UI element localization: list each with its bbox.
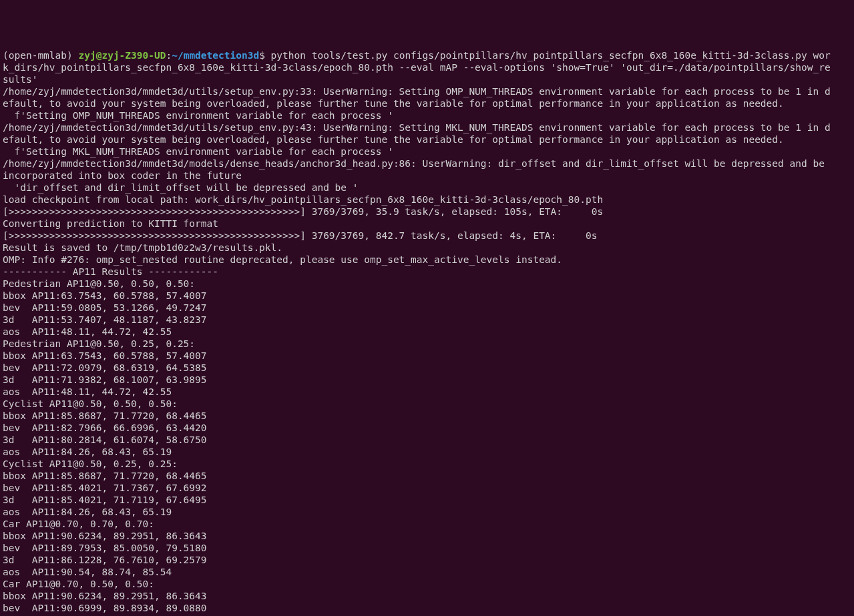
terminal-line: /home/zyj/mmdetection3d/mmdet3d/utils/se… xyxy=(3,85,851,97)
terminal-line: 'dir_offset and dir_limit_offset will be… xyxy=(3,182,851,194)
terminal-line: incorporated into box coder in the futur… xyxy=(3,170,851,182)
cwd: ~/mmdetection3d xyxy=(172,50,259,61)
terminal-line: 3d AP11:53.7407, 48.1187, 43.8237 xyxy=(3,314,851,326)
colon: : xyxy=(166,50,172,61)
terminal-line: 3d AP11:80.2814, 61.6074, 58.6750 xyxy=(3,434,851,446)
terminal-line: bev AP11:90.6999, 89.8934, 89.0880 xyxy=(3,602,851,614)
user-host: zyj@zyj-Z390-UD xyxy=(79,50,166,61)
terminal-line: aos AP11:90.54, 88.74, 85.54 xyxy=(3,566,851,578)
terminal-line: bev AP11:82.7966, 66.6996, 63.4420 xyxy=(3,422,851,434)
terminal-line: Cyclist AP11@0.50, 0.25, 0.25: xyxy=(3,458,851,470)
terminal-line: 3d AP11:71.9382, 68.1007, 63.9895 xyxy=(3,374,851,386)
terminal-line: sults' xyxy=(3,73,851,85)
dollar: $ xyxy=(259,50,265,61)
terminal-line: efault, to avoid your system being overl… xyxy=(3,97,851,109)
terminal-line: Car AP11@0.70, 0.50, 0.50: xyxy=(3,578,851,590)
terminal-line: bbox AP11:90.6234, 89.2951, 86.3643 xyxy=(3,590,851,602)
terminal-line: f'Setting OMP_NUM_THREADS environment va… xyxy=(3,109,851,121)
terminal-line: bbox AP11:63.7543, 60.5788, 57.4007 xyxy=(3,350,851,362)
terminal-line: Converting prediction to KITTI format xyxy=(3,218,851,230)
terminal-line: Result is saved to /tmp/tmpb1d0z2w3/resu… xyxy=(3,242,851,254)
terminal-line: aos AP11:48.11, 44.72, 42.55 xyxy=(3,326,851,338)
terminal-line: k_dirs/hv_pointpillars_secfpn_6x8_160e_k… xyxy=(3,61,851,73)
terminal-line: load checkpoint from local path: work_di… xyxy=(3,194,851,206)
terminal-line: bev AP11:72.0979, 68.6319, 64.5385 xyxy=(3,362,851,374)
terminal-line: bev AP11:59.0805, 53.1266, 49.7247 xyxy=(3,302,851,314)
terminal-line: /home/zyj/mmdetection3d/mmdet3d/models/d… xyxy=(3,158,851,170)
terminal-line: bbox AP11:85.8687, 71.7720, 68.4465 xyxy=(3,470,851,482)
terminal-line: efault, to avoid your system being overl… xyxy=(3,133,851,145)
terminal-line: aos AP11:48.11, 44.72, 42.55 xyxy=(3,386,851,398)
terminal-line: bev AP11:85.4021, 71.7367, 67.6992 xyxy=(3,482,851,494)
terminal-line: bbox AP11:90.6234, 89.2951, 86.3643 xyxy=(3,530,851,542)
terminal-line: Pedestrian AP11@0.50, 0.50, 0.50: xyxy=(3,278,851,290)
terminal-line: 3d AP11:85.4021, 71.7119, 67.6495 xyxy=(3,494,851,506)
terminal-line: bbox AP11:85.8687, 71.7720, 68.4465 xyxy=(3,410,851,422)
conda-env: (open-mmlab) xyxy=(3,50,79,61)
terminal-line: OMP: Info #276: omp_set_nested routine d… xyxy=(3,254,851,266)
terminal-line: f'Setting MKL_NUM_THREADS environment va… xyxy=(3,145,851,158)
terminal-line: Cyclist AP11@0.50, 0.50, 0.50: xyxy=(3,398,851,410)
terminal-line: /home/zyj/mmdetection3d/mmdet3d/utils/se… xyxy=(3,121,851,133)
terminal-line: bbox AP11:63.7543, 60.5788, 57.4007 xyxy=(3,290,851,302)
command-text[interactable]: python tools/test.py configs/pointpillar… xyxy=(265,50,831,61)
terminal-line: 3d AP11:86.1228, 76.7610, 69.2579 xyxy=(3,554,851,566)
terminal-line: [>>>>>>>>>>>>>>>>>>>>>>>>>>>>>>>>>>>>>>>… xyxy=(3,206,851,218)
terminal-line: Car AP11@0.70, 0.70, 0.70: xyxy=(3,518,851,530)
terminal-line: [>>>>>>>>>>>>>>>>>>>>>>>>>>>>>>>>>>>>>>>… xyxy=(3,230,851,242)
terminal-line: aos AP11:84.26, 68.43, 65.19 xyxy=(3,506,851,518)
terminal-line: Pedestrian AP11@0.50, 0.25, 0.25: xyxy=(3,338,851,350)
terminal-line-prompt: (open-mmlab) zyj@zyj-Z390-UD:~/mmdetecti… xyxy=(3,49,851,61)
terminal-line: bev AP11:89.7953, 85.0050, 79.5180 xyxy=(3,542,851,554)
terminal-line: ----------- AP11 Results ------------ xyxy=(3,266,851,278)
terminal-line: aos AP11:84.26, 68.43, 65.19 xyxy=(3,446,851,458)
